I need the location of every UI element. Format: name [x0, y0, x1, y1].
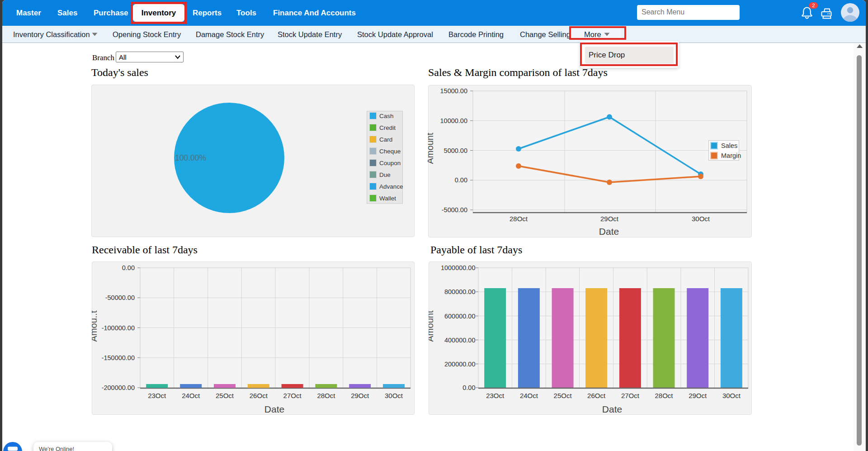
svg-text:800000.00: 800000.00 [444, 288, 476, 295]
svg-text:28Oct: 28Oct [509, 215, 528, 223]
svg-text:Amou..t: Amou..t [92, 310, 99, 342]
svg-text:Sales: Sales [721, 142, 737, 149]
svg-text:0.00: 0.00 [122, 264, 135, 271]
svg-text:Coupon: Coupon [379, 160, 401, 166]
svg-text:29Oct: 29Oct [351, 392, 369, 399]
svg-text:5000.00: 5000.00 [444, 147, 467, 154]
svg-text:Cheque: Cheque [379, 148, 401, 155]
svg-text:Due: Due [379, 171, 391, 178]
svg-text:28Oct: 28Oct [317, 392, 335, 399]
svg-text:100.00%: 100.00% [175, 153, 206, 162]
svg-text:25Oct: 25Oct [216, 392, 234, 399]
svg-text:400000.00: 400000.00 [444, 337, 476, 344]
svg-text:25Oct: 25Oct [554, 392, 572, 399]
svg-text:600000.00: 600000.00 [444, 313, 476, 320]
svg-text:27Oct: 27Oct [283, 392, 302, 399]
svg-text:0.00: 0.00 [455, 176, 467, 184]
svg-text:2: 2 [812, 3, 815, 8]
svg-text:Cash: Cash [379, 113, 394, 119]
svg-text:Credit: Credit [379, 124, 396, 131]
svg-text:26Oct: 26Oct [587, 392, 606, 399]
svg-text:30Oct: 30Oct [385, 392, 403, 399]
svg-text:1000000.00: 1000000.00 [441, 264, 476, 271]
svg-text:27Oct: 27Oct [621, 392, 640, 399]
svg-text:Date: Date [602, 404, 622, 414]
svg-text:Advance: Advance [379, 183, 403, 190]
svg-text:Margin: Margin [721, 152, 741, 159]
svg-text:Card: Card [379, 136, 392, 143]
svg-text:26Oct: 26Oct [250, 392, 268, 399]
svg-text:30Oct: 30Oct [722, 392, 741, 399]
svg-text:-100000.00: -100000.00 [102, 324, 135, 332]
svg-text:28Oct: 28Oct [655, 392, 673, 399]
svg-text:Date: Date [599, 226, 619, 237]
svg-text:0.00: 0.00 [462, 384, 475, 391]
svg-text:200000.00: 200000.00 [444, 361, 476, 368]
svg-text:23Oct: 23Oct [148, 392, 166, 399]
svg-text:Date: Date [264, 404, 284, 414]
svg-text:-50000.00: -50000.00 [105, 294, 135, 301]
svg-text:15000.00: 15000.00 [440, 87, 467, 95]
svg-text:29Oct: 29Oct [689, 392, 707, 399]
svg-text:23Oct: 23Oct [486, 392, 505, 399]
svg-text:-5000.00: -5000.00 [442, 206, 467, 214]
svg-text:24Oct: 24Oct [182, 392, 200, 399]
svg-text:29Oct: 29Oct [600, 215, 619, 223]
svg-text:-150000.00: -150000.00 [102, 354, 135, 361]
svg-text:24Oct: 24Oct [520, 392, 538, 399]
svg-text:Amount: Amount [429, 310, 435, 342]
svg-text:30Oct: 30Oct [692, 215, 710, 223]
svg-text:Amount: Amount [428, 133, 435, 164]
svg-text:-200000.00: -200000.00 [102, 384, 135, 391]
svg-text:10000.00: 10000.00 [440, 117, 467, 124]
svg-text:Wallet: Wallet [379, 195, 396, 202]
